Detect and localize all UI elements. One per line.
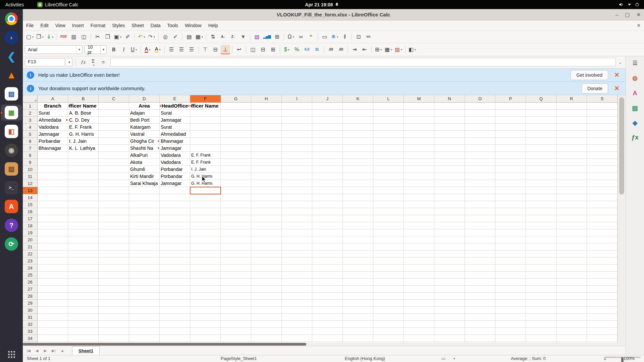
zoom-in-icon[interactable]: +	[604, 357, 606, 362]
cell-Q32[interactable]	[526, 321, 556, 328]
files-icon[interactable]: ▤	[1, 161, 22, 177]
function-wizard-button[interactable]: ƒx	[79, 58, 88, 67]
autofilter-button[interactable]: ▼	[238, 32, 248, 42]
cell-M25[interactable]	[404, 272, 434, 279]
cell-H19[interactable]	[251, 229, 282, 236]
cell-O25[interactable]	[465, 272, 495, 279]
cell-H33[interactable]	[251, 328, 282, 335]
cell-F24[interactable]	[190, 264, 221, 272]
cell-P2[interactable]	[495, 110, 526, 117]
column-header-o[interactable]: O	[465, 95, 495, 103]
cell-J26[interactable]	[312, 279, 343, 286]
cell-O8[interactable]	[465, 152, 495, 159]
cell-D32[interactable]	[129, 321, 160, 328]
cell-D8[interactable]: AlkaPuri	[129, 152, 160, 159]
cell-D13[interactable]	[129, 187, 160, 194]
cell-E25[interactable]	[160, 272, 190, 279]
cell-Q14[interactable]	[526, 194, 556, 201]
cell-K17[interactable]	[343, 215, 373, 222]
split-window-button[interactable]: ‖	[340, 32, 350, 42]
gimp-icon[interactable]: ◉	[1, 142, 22, 158]
cell-B13[interactable]	[68, 187, 99, 194]
cell-Q6[interactable]	[526, 138, 556, 145]
cell-I32[interactable]	[282, 321, 312, 328]
cell-S27[interactable]	[587, 286, 618, 293]
libreoffice-calc-icon[interactable]: ▦	[1, 105, 22, 121]
cell-F11[interactable]: G. H. Harris	[190, 173, 221, 180]
cell-F4[interactable]	[190, 124, 221, 131]
cell-P12[interactable]	[495, 180, 526, 187]
cell-A28[interactable]	[38, 293, 68, 300]
cell-P20[interactable]	[495, 236, 526, 243]
chevron-down-icon[interactable]: ▼	[76, 46, 82, 54]
row-header-10[interactable]: 10	[23, 166, 38, 173]
sidebar-tab-styles[interactable]: A	[628, 86, 642, 100]
cell-S8[interactable]	[587, 152, 618, 159]
cell-O4[interactable]	[465, 124, 495, 131]
vscode-icon[interactable]: ❮	[1, 48, 22, 64]
cell-L24[interactable]	[373, 264, 404, 272]
cell-G22[interactable]	[221, 250, 251, 257]
export-as-pdf-button[interactable]: PDF	[59, 32, 68, 42]
cell-E6[interactable]: Bhavnagar	[160, 138, 190, 145]
cell-G16[interactable]	[221, 208, 251, 215]
cell-O30[interactable]	[465, 307, 495, 314]
cell-Q19[interactable]	[526, 229, 556, 236]
cell-F33[interactable]	[190, 328, 221, 335]
cell-I17[interactable]	[282, 215, 312, 222]
zoom-slider[interactable]	[604, 357, 641, 358]
cell-G20[interactable]	[221, 236, 251, 243]
select-all-corner[interactable]	[23, 95, 38, 103]
cell-J10[interactable]	[312, 166, 343, 173]
cell-R25[interactable]	[556, 272, 587, 279]
cell-L22[interactable]	[373, 250, 404, 257]
horizontal-scrollbar[interactable]	[23, 343, 626, 346]
chevron-down-icon[interactable]: ▾	[391, 48, 392, 51]
cell-A27[interactable]	[38, 286, 68, 293]
cell-E1[interactable]: HeadOffice	[160, 103, 190, 110]
cell-B26[interactable]	[68, 279, 99, 286]
cell-N30[interactable]	[434, 307, 465, 314]
chevron-down-icon[interactable]: ▾	[32, 36, 34, 39]
cell-H22[interactable]	[251, 250, 282, 257]
cell-R23[interactable]	[556, 257, 587, 264]
cell-B16[interactable]	[68, 208, 99, 215]
cell-J15[interactable]	[312, 201, 343, 208]
system-tray[interactable]	[619, 2, 644, 7]
cell-K20[interactable]	[343, 236, 373, 243]
cell-I21[interactable]	[282, 243, 312, 250]
column-header-q[interactable]: Q	[526, 95, 556, 103]
cell-G29[interactable]	[221, 300, 251, 307]
horizontal-scrollbar-thumb[interactable]	[23, 343, 306, 346]
cell-D19[interactable]	[129, 229, 160, 236]
first-sheet-icon[interactable]: |◀	[25, 349, 32, 353]
cell-N16[interactable]	[434, 208, 465, 215]
cell-B9[interactable]	[68, 159, 99, 166]
cell-A8[interactable]	[38, 152, 68, 159]
bold-button[interactable]: B	[109, 45, 118, 54]
cell-N32[interactable]	[434, 321, 465, 328]
cell-S11[interactable]	[587, 173, 618, 180]
cell-B20[interactable]	[68, 236, 99, 243]
cell-J23[interactable]	[312, 257, 343, 264]
cell-Q5[interactable]	[526, 131, 556, 138]
cell-J29[interactable]	[312, 300, 343, 307]
cell-Q18[interactable]	[526, 222, 556, 229]
cell-B30[interactable]	[68, 307, 99, 314]
cell-I30[interactable]	[282, 307, 312, 314]
terminal-icon[interactable]: >_	[1, 180, 22, 196]
cell-H11[interactable]	[251, 173, 282, 180]
column-header-m[interactable]: M	[404, 95, 434, 103]
headers-and-footers-button[interactable]: ▭	[320, 32, 329, 42]
cell-H18[interactable]	[251, 222, 282, 229]
cell-Q7[interactable]	[526, 145, 556, 152]
vertical-scrollbar-thumb[interactable]	[619, 97, 624, 194]
row-header-29[interactable]: 29	[23, 300, 38, 307]
cell-M1[interactable]	[404, 103, 434, 110]
cell-J25[interactable]	[312, 272, 343, 279]
cell-E8[interactable]: Vadodara	[160, 152, 190, 159]
cell-R26[interactable]	[556, 279, 587, 286]
row-header-11[interactable]: 11	[23, 173, 38, 180]
cell-Q9[interactable]	[526, 159, 556, 166]
cell-Q13[interactable]	[526, 187, 556, 194]
